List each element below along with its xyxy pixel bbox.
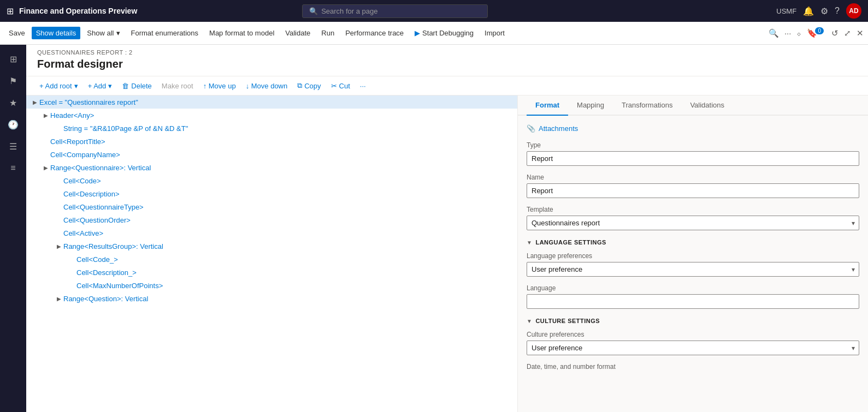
top-nav-right: USMF 🔔 ⚙ ? AD xyxy=(776,3,861,19)
copy-button[interactable]: ⧉ Copy xyxy=(293,79,325,93)
tree-item[interactable]: ▶ Cell<ReportTitle> xyxy=(26,135,517,148)
debug-icon: ▶ xyxy=(415,29,420,37)
name-input[interactable] xyxy=(527,183,859,198)
close-icon[interactable]: ✕ xyxy=(857,28,864,38)
tree-item[interactable]: ▶ Header<Any> xyxy=(26,109,517,122)
notification-icon[interactable]: 🔔 xyxy=(803,6,814,16)
tree-item-label: Cell<Active> xyxy=(63,229,103,237)
tree-toggle[interactable]: ▶ xyxy=(42,111,50,120)
breadcrumb: QUESTIONNAIRES REPORT : 2 xyxy=(37,49,857,56)
grid-icon[interactable]: ⊞ xyxy=(7,6,14,16)
app-title: Finance and Operations Preview xyxy=(19,7,297,15)
move-down-label: ↓ Move down xyxy=(246,82,288,90)
cut-button[interactable]: ✂ Cut xyxy=(327,79,355,93)
tree-item[interactable]: ▶ Cell<MaxNumberOfPoints> xyxy=(26,279,517,292)
add-button[interactable]: + Add ▾ xyxy=(84,79,117,93)
tab-format[interactable]: Format xyxy=(527,95,568,116)
more-button[interactable]: ··· xyxy=(356,79,370,93)
add-root-button[interactable]: + Add root ▾ xyxy=(35,79,82,93)
cut-icon: ✂ xyxy=(331,82,337,90)
validate-button[interactable]: Validate xyxy=(281,27,315,39)
culture-settings-header[interactable]: ▼ CULTURE SETTINGS xyxy=(527,318,859,324)
search-placeholder: Search for a page xyxy=(321,7,377,15)
props-tabs: Format Mapping Transformations Validatio… xyxy=(518,95,868,116)
tree-item[interactable]: ▶ Cell<CompanyName> xyxy=(26,148,517,161)
diamond-icon[interactable]: ⬦ xyxy=(796,28,801,38)
tree-toggle[interactable]: ▶ xyxy=(55,294,63,303)
user-label: USMF xyxy=(776,7,796,15)
sidebar-item-recent[interactable]: 🕐 xyxy=(3,115,23,134)
culture-pref-select[interactable]: User preference xyxy=(527,341,859,355)
template-select-wrapper: Questionnaires report ▾ xyxy=(527,216,859,230)
refresh-icon[interactable]: ↺ xyxy=(831,28,839,38)
tree-item[interactable]: ▶ Cell<Code_> xyxy=(26,253,517,266)
tree-item-label: Cell<MaxNumberOfPoints> xyxy=(76,282,163,290)
import-button[interactable]: Import xyxy=(480,27,509,39)
tab-mapping[interactable]: Mapping xyxy=(568,95,613,116)
tree-item-label: Cell<QuestionOrder> xyxy=(63,216,131,224)
lang-pref-select[interactable]: User preference xyxy=(527,262,859,277)
attachments-label: Attachments xyxy=(539,124,578,133)
culture-pref-label: Culture preferences xyxy=(527,331,859,338)
performance-trace-button[interactable]: Performance trace xyxy=(341,27,408,39)
tree-item[interactable]: ▶ Range<ResultsGroup>: Vertical xyxy=(26,240,517,253)
drag-handle[interactable] xyxy=(515,95,517,412)
run-button[interactable]: Run xyxy=(317,27,339,39)
tree-item[interactable]: ▶ Excel = "Questionnaires report" xyxy=(26,95,517,109)
sidebar-item-filter[interactable]: ⚑ xyxy=(3,71,23,91)
tree-toggle[interactable]: ▶ xyxy=(42,163,50,172)
tree-item[interactable]: ▶ Range<Questionnaire>: Vertical xyxy=(26,161,517,174)
sidebar-item-modules[interactable]: ≡ xyxy=(3,158,23,178)
language-input[interactable] xyxy=(527,294,859,309)
tree-item[interactable]: ▶ String = "&R&10Page &P of &N &D &T" xyxy=(26,122,517,135)
search-small-icon[interactable]: 🔍 xyxy=(769,28,779,38)
tree-item[interactable]: ▶ Cell<Description> xyxy=(26,187,517,200)
sidebar-item-home[interactable]: ⊞ xyxy=(3,49,23,69)
move-down-button[interactable]: ↓ Move down xyxy=(241,79,292,93)
tree-item[interactable]: ▶ Cell<Code> xyxy=(26,174,517,187)
tree-item-label: Cell<CompanyName> xyxy=(50,151,120,159)
action-toolbar: + Add root ▾ + Add ▾ 🗑 Delete Make root … xyxy=(26,76,868,95)
add-chevron: ▾ xyxy=(108,82,112,90)
avatar[interactable]: AD xyxy=(846,3,861,19)
move-up-button[interactable]: ↑ Move up xyxy=(199,79,240,93)
search-bar[interactable]: 🔍 Search for a page xyxy=(302,4,488,18)
help-icon[interactable]: ? xyxy=(835,6,840,16)
tab-transformations[interactable]: Transformations xyxy=(613,95,681,116)
side-nav: ⊞ ⚑ ★ 🕐 ☰ ≡ xyxy=(0,45,26,412)
language-group: Language xyxy=(527,284,859,309)
template-select[interactable]: Questionnaires report xyxy=(527,216,859,230)
settings-icon[interactable]: ⚙ xyxy=(820,6,828,16)
tree-toggle[interactable]: ▶ xyxy=(55,242,63,250)
expand-icon[interactable]: ⤢ xyxy=(844,28,851,38)
delete-button[interactable]: 🗑 Delete xyxy=(117,79,156,93)
start-debugging-button[interactable]: ▶ Start Debugging xyxy=(410,27,478,39)
show-all-button[interactable]: Show all ▾ xyxy=(82,27,124,39)
sidebar-item-favorites[interactable]: ★ xyxy=(3,93,23,112)
bookmark-icon[interactable]: 🔖0 xyxy=(807,28,826,38)
lang-pref-group: Language preferences User preference ▾ xyxy=(527,252,859,277)
tree-item[interactable]: ▶ Range<Question>: Vertical xyxy=(26,292,517,305)
map-format-button[interactable]: Map format to model xyxy=(205,27,279,39)
tree-item-label: Header<Any> xyxy=(50,111,94,120)
tree-item[interactable]: ▶ Cell<QuestionOrder> xyxy=(26,213,517,226)
tab-validations[interactable]: Validations xyxy=(681,95,733,116)
make-root-label: Make root xyxy=(162,82,193,90)
tree-item[interactable]: ▶ Cell<Description_> xyxy=(26,266,517,279)
tree-item[interactable]: ▶ Cell<QuestionnaireType> xyxy=(26,200,517,213)
save-button[interactable]: Save xyxy=(4,27,29,39)
attachments-button[interactable]: 📎 Attachments xyxy=(527,124,859,133)
content-area: QUESTIONNAIRES REPORT : 2 Format designe… xyxy=(26,45,868,412)
type-input[interactable] xyxy=(527,151,859,166)
show-details-button[interactable]: Show details xyxy=(32,27,81,39)
tree-item-label: Range<Questionnaire>: Vertical xyxy=(50,164,151,172)
add-root-chevron: ▾ xyxy=(74,82,78,90)
tree-toggle[interactable]: ▶ xyxy=(31,98,39,106)
format-enumerations-button[interactable]: Format enumerations xyxy=(127,27,203,39)
delete-icon: 🗑 xyxy=(122,82,129,90)
tree-item[interactable]: ▶ Cell<Active> xyxy=(26,226,517,240)
more-options-icon[interactable]: ··· xyxy=(784,28,792,38)
language-settings-header[interactable]: ▼ LANGUAGE SETTINGS xyxy=(527,239,859,246)
language-settings-label: LANGUAGE SETTINGS xyxy=(535,239,606,246)
sidebar-item-workspaces[interactable]: ☰ xyxy=(3,136,23,156)
